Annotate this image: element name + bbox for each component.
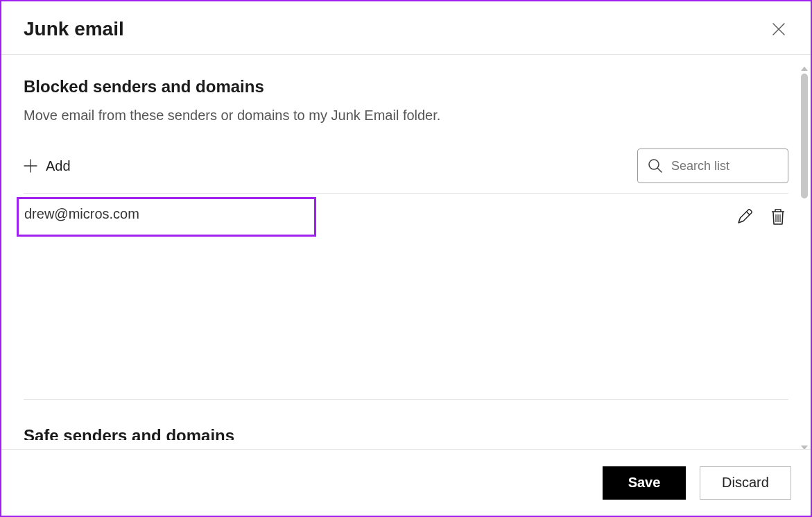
blocked-section-title: Blocked senders and domains <box>24 77 788 96</box>
dialog-title: Junk email <box>24 18 124 40</box>
close-button[interactable] <box>769 19 788 39</box>
search-input[interactable] <box>671 159 811 173</box>
dialog-header: Junk email <box>1 1 811 55</box>
plus-icon <box>24 159 37 173</box>
blocked-list-row: drew@micros.com <box>24 198 788 235</box>
pencil-icon <box>736 207 754 226</box>
scroll-up-arrow-icon[interactable] <box>801 67 808 71</box>
blocked-email-entry[interactable]: drew@micros.com <box>17 197 316 237</box>
svg-point-0 <box>649 160 659 169</box>
trash-icon <box>770 207 786 226</box>
add-search-row: Add <box>24 149 788 194</box>
search-icon <box>648 158 663 173</box>
add-button[interactable]: Add <box>24 158 71 174</box>
search-box[interactable] <box>637 149 788 183</box>
dialog-footer: Save Discard <box>1 449 811 516</box>
safe-section-title: Safe senders and domains <box>24 426 788 440</box>
close-icon <box>772 22 786 36</box>
content-area: Blocked senders and domains Move email f… <box>1 55 811 440</box>
section-divider <box>24 399 788 400</box>
scroll-thumb[interactable] <box>801 74 808 198</box>
discard-button[interactable]: Discard <box>700 466 791 500</box>
add-label: Add <box>46 158 71 174</box>
delete-button[interactable] <box>769 207 787 226</box>
blocked-section-description: Move email from these senders or domains… <box>24 108 788 124</box>
row-actions <box>736 207 787 226</box>
scrollbar[interactable] <box>800 65 809 451</box>
edit-button[interactable] <box>736 207 754 226</box>
save-button[interactable]: Save <box>603 466 686 500</box>
